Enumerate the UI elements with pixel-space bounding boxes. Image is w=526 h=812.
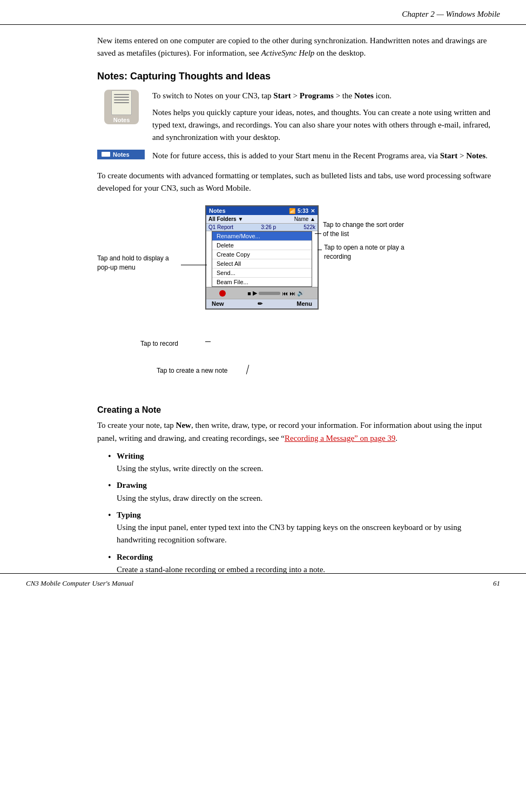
notes-app-icon-wrapper: Notes xyxy=(97,90,146,124)
signal-icon: 📶 xyxy=(289,208,295,214)
para1-prefix: To switch to Notes on your CN3, tap xyxy=(152,91,273,100)
callout-mid: > xyxy=(457,151,466,160)
icon-text-row-1: Notes To switch to Notes on your CN3, ta… xyxy=(97,90,500,144)
phone-screenshot: Notes 📶 5:33 ✕ All Folders ▼ Name ▲ Q1 R… xyxy=(205,205,319,310)
phone-toolbar: All Folders ▼ Name ▲ xyxy=(206,215,318,224)
notes-icon-label: Notes xyxy=(113,117,130,123)
section1-para1: To switch to Notes on your CN3, tap Star… xyxy=(152,90,500,144)
folder-dropdown[interactable]: All Folders ▼ xyxy=(208,216,243,222)
bullet-text-recording: Create a stand-alone recording or embed … xyxy=(117,565,325,574)
annotation-tap-hold: Tap and hold to display a pop-up menu xyxy=(97,254,184,272)
bullet-item-drawing: Drawing Using the stylus, draw directly … xyxy=(108,479,500,505)
pen-icon: ✏ xyxy=(258,300,262,307)
callout-bar-label: Notes xyxy=(113,151,130,158)
context-item-delete[interactable]: Delete xyxy=(212,241,312,250)
context-item-selectall[interactable]: Select All xyxy=(212,259,312,269)
bullet-list: Writing Using the stylus, write directly… xyxy=(108,450,500,576)
annotation-tap-new: Tap to create a new note xyxy=(157,366,248,375)
callout-suffix: . xyxy=(485,151,488,160)
para1-bold3: Notes xyxy=(354,91,374,100)
icon-line-4 xyxy=(114,102,129,103)
phone-recorder: ■ ▶ ⏮ ⏭ 🔊 xyxy=(206,287,318,299)
ann-line-taphold xyxy=(181,265,207,265)
context-item-beam[interactable]: Beam File... xyxy=(212,278,312,286)
ann-line-tapsort xyxy=(315,233,321,234)
bullet-item-writing: Writing Using the stylus, write directly… xyxy=(108,450,500,475)
bullet-term-writing: Writing xyxy=(117,452,144,460)
annotation-tap-open: Tap to open a note or play a recording xyxy=(324,243,410,261)
phone-close-btn[interactable]: ✕ xyxy=(311,208,315,214)
para1-mid2: > the xyxy=(334,91,354,100)
para1-suffix: icon. xyxy=(374,91,392,100)
callout-bold1: Start xyxy=(440,151,458,160)
prev-icon[interactable]: ⏮ xyxy=(282,290,288,297)
phone-list-item: Q1 Report 3:26 p 522k xyxy=(206,224,318,231)
intro-text2: on the desktop. xyxy=(314,49,366,57)
icon-line-3 xyxy=(114,99,129,100)
section1-para2: Notes helps you quickly capture your ide… xyxy=(152,106,500,144)
section2-para-link[interactable]: Recording a Message” on page 39 xyxy=(285,434,395,442)
next-icon[interactable]: ⏭ xyxy=(289,290,295,297)
notes-section: Notes To switch to Notes on your CN3, ta… xyxy=(97,90,500,195)
diagram-container: Notes 📶 5:33 ✕ All Folders ▼ Name ▲ Q1 R… xyxy=(97,205,500,389)
intro-paragraph: New items entered on one computer are co… xyxy=(97,35,500,60)
phone-footer: New ✏ Menu xyxy=(206,299,318,308)
section2-heading: Creating a Note xyxy=(97,405,500,415)
list-item-name: Q1 Report xyxy=(208,224,233,230)
play-icon[interactable]: ▶ xyxy=(253,290,257,297)
context-item-rename[interactable]: Rename/Move... xyxy=(212,232,312,241)
notes-icon-page xyxy=(111,90,132,115)
bullet-text-writing: Using the stylus, write directly on the … xyxy=(117,464,263,473)
phone-title: Notes xyxy=(209,207,226,214)
page-container: Chapter 2 — Windows Mobile New items ent… xyxy=(0,0,526,593)
section2-para-end: . xyxy=(395,434,397,442)
record-button[interactable] xyxy=(219,290,226,297)
ann-line-taprecord xyxy=(205,341,211,342)
adv-paragraph: To create documents with advanced format… xyxy=(97,170,500,195)
stop-icon[interactable]: ■ xyxy=(247,290,251,297)
icon-line-1 xyxy=(114,94,129,95)
context-item-copy[interactable]: Create Copy xyxy=(212,250,312,259)
chapter-title: Chapter 2 — Windows Mobile xyxy=(402,10,500,19)
bullet-item-recording: Recording Create a stand-alone recording… xyxy=(108,551,500,576)
notes-app-icon: Notes xyxy=(104,90,139,124)
bullet-term-typing: Typing xyxy=(117,511,141,519)
bullet-term-drawing: Drawing xyxy=(117,481,147,489)
context-item-send[interactable]: Send... xyxy=(212,269,312,278)
bullet-text-drawing: Using the stylus, draw directly on the s… xyxy=(117,494,262,502)
annotation-tap-sort: Tap to change the sort order of the list xyxy=(323,220,409,239)
menu-button[interactable]: Menu xyxy=(296,300,312,307)
bullet-item-typing: Typing Using the input panel, enter type… xyxy=(108,509,500,547)
phone-context-menu: Rename/Move... Delete Create Copy Select… xyxy=(212,231,312,287)
ann-line-tapopen xyxy=(318,250,322,250)
phone-titlebar: Notes 📶 5:33 ✕ xyxy=(206,206,318,215)
callout-prefix: Note for future access, this is added to… xyxy=(152,151,440,160)
recorder-progress-bar xyxy=(259,292,280,295)
list-item-time: 3:26 p xyxy=(261,224,276,230)
page-header: Chapter 2 — Windows Mobile xyxy=(0,0,526,25)
callout-bar: Notes xyxy=(97,150,145,159)
recorder-controls: ■ ▶ ⏮ ⏭ 🔊 xyxy=(247,290,305,297)
bullet-term-recording: Recording xyxy=(117,553,153,561)
callout-icon-area: Notes xyxy=(97,150,146,159)
para1-bold1: Start xyxy=(273,91,291,100)
folder-icon-sm xyxy=(102,152,110,157)
volume-icon[interactable]: 🔊 xyxy=(297,290,305,297)
para1-mid1: > xyxy=(291,91,300,100)
page-footer: CN3 Mobile Computer User's Manual 61 xyxy=(0,573,526,593)
footer-right: 61 xyxy=(493,579,500,588)
intro-italic: ActiveSync Help xyxy=(261,49,315,57)
name-sort-label[interactable]: Name ▲ xyxy=(294,216,315,222)
note-callout: Notes Note for future access, this is ad… xyxy=(97,150,500,162)
content-area: New items entered on one computer are co… xyxy=(0,25,526,593)
phone-titlebar-right: 📶 5:33 ✕ xyxy=(289,208,315,214)
new-button[interactable]: New xyxy=(212,300,224,307)
para1-bold2: Programs xyxy=(300,91,334,100)
section1-heading: Notes: Capturing Thoughts and Ideas xyxy=(97,71,500,82)
section2-para-prefix: To create your note, tap xyxy=(97,421,176,430)
section2-para: To create your note, tap New, then write… xyxy=(97,419,500,445)
icon-line-2 xyxy=(114,97,129,98)
phone-status-time: 5:33 xyxy=(298,208,308,214)
list-item-size: 522k xyxy=(304,224,315,230)
section2-para-bold: New xyxy=(176,421,191,430)
